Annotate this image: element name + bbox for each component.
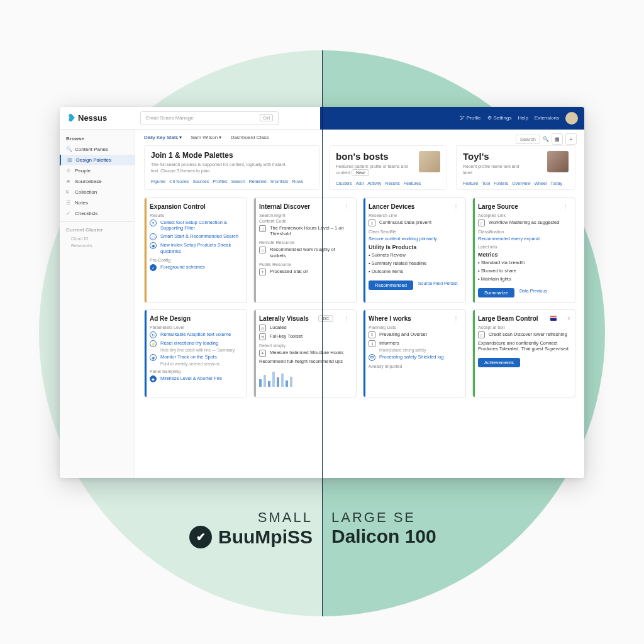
card-item[interactable]: ⚡Reset directions thy loading: [150, 340, 242, 347]
card-label: Remote Resource: [259, 240, 351, 245]
card-item: ◎Located: [259, 325, 351, 331]
card-item[interactable]: Recommended every expand: [478, 236, 570, 242]
profile-photo[interactable]: [547, 151, 569, 172]
nav-settings[interactable]: ⚙ Settings: [487, 115, 512, 121]
card-item[interactable]: ✓Foreground schemes: [150, 264, 242, 271]
user-avatar[interactable]: [565, 112, 578, 125]
sidebar-sub-2[interactable]: Resources: [60, 242, 135, 249]
card-item[interactable]: ◆Minimize Level & Aborter Fire: [150, 375, 242, 382]
card-item: Recommend full-height recommend ups: [259, 358, 351, 365]
profile-sub: Recent profile name text and label: [463, 164, 521, 176]
recommended-button[interactable]: Recommended: [369, 280, 413, 290]
nav-profile[interactable]: 🕊 Profile: [460, 115, 481, 121]
kebab-icon[interactable]: ⋮: [453, 315, 460, 322]
chip[interactable]: Wheel: [535, 181, 547, 186]
card-title: Internal Discover: [259, 203, 310, 210]
right-search-area: Search 🔍 ▦ ≡: [516, 133, 577, 145]
tab-dashboard-class[interactable]: Dashboard Class: [230, 135, 269, 140]
chip-row-c: Feature Tool Folders Overview Wheel Toda…: [463, 181, 569, 186]
card-label: Accept at text: [478, 325, 570, 330]
card-label: Panel Sampling: [150, 369, 242, 374]
list-icon: ≡: [570, 136, 573, 142]
chip[interactable]: Folders: [494, 181, 508, 186]
check-icon: ✓: [150, 264, 157, 271]
nav-extensions[interactable]: Extensions: [535, 115, 559, 121]
card-item[interactable]: ◉Monitor Track on the Spots: [150, 354, 242, 361]
card-label: Results: [150, 213, 242, 218]
card-item: Expandscore and confidently Connect Prod…: [478, 340, 570, 353]
card-label: Research Line: [369, 213, 460, 218]
sidebar-item-people[interactable]: ☺People: [60, 165, 135, 176]
chip[interactable]: Add: [356, 181, 364, 186]
search-kbd-chip: Ctrl: [260, 114, 273, 121]
chip[interactable]: Retained: [249, 179, 267, 184]
chip[interactable]: Figures: [151, 179, 165, 184]
card-item[interactable]: ↻Remarkable Adoption text volume: [150, 331, 242, 338]
gear-icon: ⚙: [487, 115, 492, 121]
chip[interactable]: Rows: [292, 179, 304, 184]
card-link[interactable]: Source Field Persist: [418, 281, 458, 286]
cap-left-small: SMALL: [258, 509, 313, 526]
app-logo[interactable]: ❥ Nessus: [60, 112, 135, 124]
card-item[interactable]: Secure content working primarily: [369, 236, 460, 242]
chip[interactable]: Results: [385, 181, 399, 186]
profile-card-3: Toyl's Recent profile name text and labe…: [456, 145, 575, 190]
profile-photo[interactable]: [419, 151, 440, 172]
kebab-icon[interactable]: ⋮: [343, 315, 351, 322]
sidebar-item-collection[interactable]: ⎘Collection: [60, 187, 135, 197]
chip[interactable]: Activity: [367, 181, 381, 186]
bird-icon: 🕊: [460, 115, 465, 121]
chip[interactable]: Clusters: [336, 181, 352, 186]
sidebar-item-checklists[interactable]: ✓Checklists: [60, 208, 135, 219]
card-item: ℹInformers: [369, 340, 460, 347]
sidebar-item-content[interactable]: 🔍Content Panes: [60, 144, 135, 155]
chip[interactable]: Today: [550, 181, 562, 186]
chip[interactable]: Profiles: [213, 179, 227, 184]
grid-view-button[interactable]: ▦: [552, 133, 563, 145]
search-icon: 🔍: [543, 136, 549, 142]
card-link[interactable]: Data Previous: [519, 289, 547, 293]
sidebar-item-palettes[interactable]: ▥Design Palettes: [60, 155, 135, 165]
chip-row-a: Figures Ch Nodes Sources Profiles Search…: [151, 179, 313, 184]
doc-icon: ▯: [369, 219, 375, 226]
shield-icon: ⛨: [369, 354, 375, 361]
sidebar-heading: Browse: [60, 133, 135, 144]
chip[interactable]: Search: [231, 179, 245, 184]
sidebar-item-notes[interactable]: ☰Notes: [60, 197, 135, 208]
chip[interactable]: Sources: [192, 179, 209, 184]
card-item[interactable]: ▣New index Setup Products Streak quickli…: [150, 242, 242, 255]
tab-sam-wilson[interactable]: Sam Wilson ▾: [191, 135, 221, 140]
chip[interactable]: Overview: [512, 181, 530, 186]
cap-right-small: LARGE SE: [331, 509, 416, 526]
card-label: Detect simply: [259, 343, 351, 348]
tab-daily-stats[interactable]: Daily Key Stats ▾: [144, 135, 182, 140]
chip[interactable]: Ch Nodes: [169, 179, 189, 184]
card-label: Already Imported: [369, 364, 460, 369]
kebab-icon[interactable]: ⋮: [343, 203, 351, 210]
nav-help[interactable]: Help: [518, 115, 528, 121]
chip[interactable]: Features: [404, 181, 421, 186]
profile-card-1: Join 1 & Mode Palettes The full-search p…: [144, 145, 320, 190]
sidebar-section-2: Current Cluster: [60, 225, 135, 235]
summarize-button[interactable]: Summarize: [478, 288, 514, 297]
card-item[interactable]: ◌Smart Start & Recommended Search: [150, 233, 242, 240]
bulb-icon: ◌: [150, 233, 157, 240]
kebab-icon[interactable]: ⋮: [562, 203, 570, 210]
card-label: Label info: [478, 245, 570, 249]
card-large-source: Large Source⋮ Accepted Link ▯Workflow Ma…: [472, 197, 575, 303]
card-item[interactable]: ⛨Processing safety Shielded log: [369, 354, 460, 361]
list-view-button[interactable]: ≡: [565, 133, 577, 145]
card-subtext: Marketplace strong safety: [379, 348, 460, 352]
chip[interactable]: Feature: [463, 181, 478, 186]
sidebar-sub-1[interactable]: Cloud ID: [60, 235, 135, 242]
list-item: • Standard via breadth: [478, 260, 570, 266]
right-search-input[interactable]: Search: [516, 135, 540, 144]
achievements-button[interactable]: Achievements: [478, 358, 520, 367]
card-item[interactable]: ●Collect tool Setup Connection & Support…: [150, 219, 242, 232]
chip[interactable]: Tool: [482, 181, 490, 186]
search-input[interactable]: Email Scans Manage Ctrl: [140, 111, 279, 125]
chip[interactable]: Shortlists: [270, 179, 289, 184]
mini-bar-chart: [259, 368, 351, 387]
kebab-icon[interactable]: ⋮: [453, 203, 460, 210]
sidebar-item-sourcebase[interactable]: ≋Sourcebase: [60, 176, 135, 187]
